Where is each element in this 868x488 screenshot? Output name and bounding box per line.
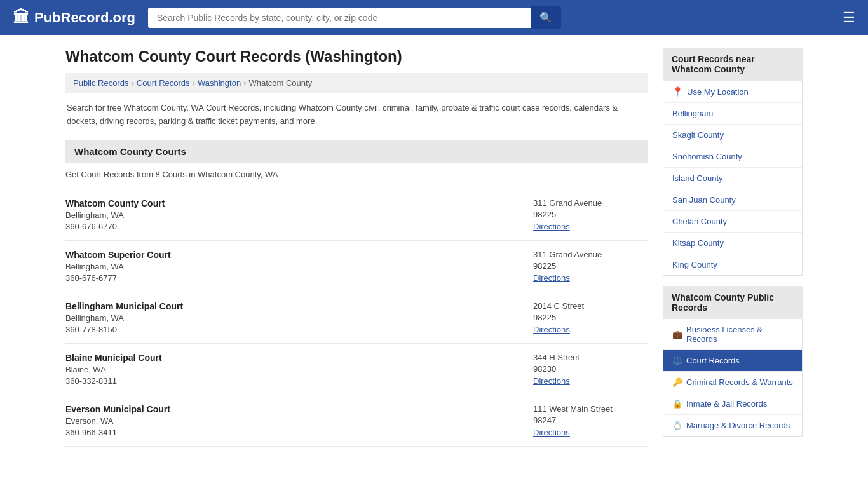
court-city: Bellingham, WA — [65, 210, 533, 220]
jail-icon — [672, 399, 682, 409]
sidebar-nearby-section: Court Records near Whatcom County 📍 Use … — [663, 48, 803, 276]
directions-link[interactable]: Directions — [533, 428, 570, 437]
search-input[interactable] — [148, 8, 531, 28]
breadcrumb-public-records[interactable]: Public Records — [73, 78, 128, 88]
logo-text: PubRecord.org — [34, 10, 135, 26]
court-right-3: 344 H Street 98230 Directions — [533, 353, 648, 386]
courts-count: Get Court Records from 8 Courts in Whatc… — [65, 170, 648, 179]
sidebar-nearby-sanjuan[interactable]: San Juan County — [663, 189, 802, 211]
sidebar-nearby-list: 📍 Use My Location Bellingham Skagit Coun… — [663, 81, 803, 276]
directions-link[interactable]: Directions — [533, 222, 570, 231]
sidebar-public-records-section: Whatcom County Public Records Business L… — [663, 286, 803, 437]
directions-link[interactable]: Directions — [533, 325, 570, 334]
briefcase-icon — [672, 330, 682, 339]
court-zip: 98247 — [533, 416, 648, 425]
court-right-0: 311 Grand Avenue 98225 Directions — [533, 198, 648, 231]
court-records-label: Court Records — [686, 356, 740, 365]
court-left-4: Everson Municipal Court Everson, WA 360-… — [65, 404, 533, 437]
sidebar-public-records-title: Whatcom County Public Records — [663, 286, 803, 319]
site-header: 🏛 PubRecord.org 🔍 ☰ — [0, 0, 868, 35]
search-area: 🔍 — [148, 6, 561, 29]
court-phone: 360-676-6770 — [65, 222, 533, 231]
sidebar-use-location[interactable]: 📍 Use My Location — [663, 81, 802, 103]
court-city: Bellingham, WA — [65, 313, 533, 323]
court-phone: 360-778-8150 — [65, 325, 533, 334]
page-title: Whatcom County Court Records (Washington… — [65, 48, 648, 65]
main-content: Whatcom County Court Records (Washington… — [65, 48, 648, 447]
court-address: 2014 C Street — [533, 301, 648, 311]
court-entry: Whatcom County Court Bellingham, WA 360-… — [65, 189, 648, 241]
court-left-2: Bellingham Municipal Court Bellingham, W… — [65, 301, 533, 334]
court-address: 311 Grand Avenue — [533, 198, 648, 208]
directions-link[interactable]: Directions — [533, 376, 570, 386]
sidebar-nearby-king[interactable]: King County — [663, 254, 802, 275]
breadcrumb-sep-2: › — [193, 78, 195, 88]
court-phone: 360-332-8311 — [65, 376, 533, 386]
court-entry: Whatcom Superior Court Bellingham, WA 36… — [65, 241, 648, 292]
sidebar-court-records[interactable]: Court Records — [663, 350, 802, 372]
court-phone: 360-966-3411 — [65, 428, 533, 437]
directions-link[interactable]: Directions — [533, 273, 570, 283]
court-zip: 98225 — [533, 313, 648, 322]
courts-list: Whatcom County Court Bellingham, WA 360-… — [65, 189, 648, 447]
court-zip: 98225 — [533, 261, 648, 271]
court-name: Whatcom Superior Court — [65, 250, 533, 260]
sidebar-business-licenses[interactable]: Business Licenses & Records — [663, 319, 802, 350]
search-button[interactable]: 🔍 — [531, 6, 561, 29]
criminal-records-label: Criminal Records & Warrants — [686, 377, 793, 387]
use-location-label: Use My Location — [687, 87, 749, 97]
breadcrumb: Public Records › Court Records › Washing… — [65, 73, 648, 93]
court-city: Bellingham, WA — [65, 262, 533, 271]
sidebar-criminal-records[interactable]: Criminal Records & Warrants — [663, 372, 802, 393]
page-container: Whatcom County Court Records (Washington… — [53, 35, 815, 459]
court-address: 311 Grand Avenue — [533, 250, 648, 259]
marriage-icon — [672, 421, 682, 430]
page-description: Search for free Whatcom County, WA Court… — [65, 102, 648, 128]
court-phone: 360-676-6777 — [65, 273, 533, 283]
sidebar-inmate-records[interactable]: Inmate & Jail Records — [663, 393, 802, 415]
court-entry: Everson Municipal Court Everson, WA 360-… — [65, 395, 648, 447]
menu-button[interactable]: ☰ — [843, 10, 855, 26]
court-name: Bellingham Municipal Court — [65, 301, 533, 311]
marriage-records-label: Marriage & Divorce Records — [686, 421, 790, 430]
hamburger-icon: ☰ — [843, 10, 855, 25]
sidebar-nearby-island[interactable]: Island County — [663, 168, 802, 189]
business-licenses-label: Business Licenses & Records — [686, 325, 793, 344]
breadcrumb-current: Whatcom County — [248, 78, 312, 88]
court-right-2: 2014 C Street 98225 Directions — [533, 301, 648, 334]
sidebar-marriage-records[interactable]: Marriage & Divorce Records — [663, 415, 802, 436]
breadcrumb-washington[interactable]: Washington — [198, 78, 241, 88]
sidebar-nearby-title: Court Records near Whatcom County — [663, 48, 803, 81]
gavel-icon — [672, 356, 682, 365]
court-zip: 98225 — [533, 210, 648, 219]
sidebar-public-records-list: Business Licenses & Records Court Record… — [663, 319, 803, 437]
sidebar-nearby-bellingham[interactable]: Bellingham — [663, 103, 802, 125]
sidebar-nearby-kitsap[interactable]: Kitsap County — [663, 233, 802, 254]
sidebar-nearby-snohomish[interactable]: Snohomish County — [663, 146, 802, 168]
court-address: 344 H Street — [533, 353, 648, 362]
court-city: Blaine, WA — [65, 365, 533, 374]
location-pin-icon: 📍 — [672, 86, 683, 97]
court-name: Whatcom County Court — [65, 198, 533, 208]
breadcrumb-sep-1: › — [131, 78, 133, 88]
court-left-0: Whatcom County Court Bellingham, WA 360-… — [65, 198, 533, 231]
court-city: Everson, WA — [65, 416, 533, 426]
logo-icon: 🏛 — [13, 8, 29, 27]
court-entry: Bellingham Municipal Court Bellingham, W… — [65, 292, 648, 344]
inmate-records-label: Inmate & Jail Records — [686, 399, 767, 409]
court-right-1: 311 Grand Avenue 98225 Directions — [533, 250, 648, 283]
breadcrumb-sep-3: › — [243, 78, 246, 88]
court-address: 111 West Main Street — [533, 404, 648, 414]
sidebar-nearby-chelan[interactable]: Chelan County — [663, 211, 802, 233]
search-icon: 🔍 — [539, 12, 552, 23]
court-left-1: Whatcom Superior Court Bellingham, WA 36… — [65, 250, 533, 283]
court-name: Blaine Municipal Court — [65, 353, 533, 363]
breadcrumb-court-records[interactable]: Court Records — [137, 78, 190, 88]
site-logo[interactable]: 🏛 PubRecord.org — [13, 8, 135, 27]
court-right-4: 111 West Main Street 98247 Directions — [533, 404, 648, 437]
court-zip: 98230 — [533, 364, 648, 374]
court-left-3: Blaine Municipal Court Blaine, WA 360-33… — [65, 353, 533, 386]
section-header: Whatcom County Courts — [65, 140, 648, 163]
court-name: Everson Municipal Court — [65, 404, 533, 414]
sidebar-nearby-skagit[interactable]: Skagit County — [663, 125, 802, 146]
